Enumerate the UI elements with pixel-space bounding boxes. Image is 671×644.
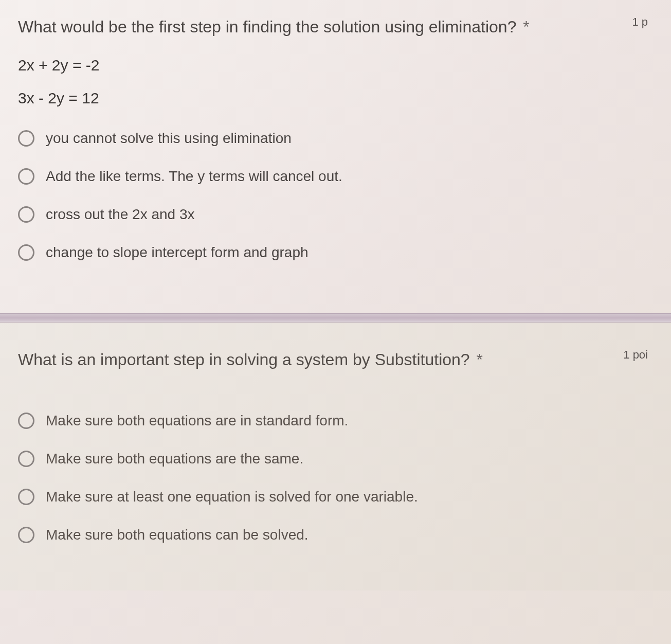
required-asterisk-1: * bbox=[523, 17, 529, 36]
option-label: Make sure both equations can be solved. bbox=[46, 527, 309, 543]
radio-icon[interactable] bbox=[18, 130, 34, 147]
option-label: cross out the 2x and 3x bbox=[46, 206, 195, 223]
option-label: you cannot solve this using elimination bbox=[46, 130, 292, 147]
radio-icon[interactable] bbox=[18, 206, 34, 223]
radio-icon[interactable] bbox=[18, 489, 34, 505]
equation-2: 3x - 2y = 12 bbox=[18, 90, 653, 107]
radio-icon[interactable] bbox=[18, 413, 34, 429]
question-card-1: What would be the first step in finding … bbox=[0, 0, 671, 308]
radio-icon[interactable] bbox=[18, 244, 34, 261]
option-label: change to slope intercept form and graph bbox=[46, 244, 309, 261]
points-label-1: 1 p bbox=[632, 15, 648, 29]
option-1-3[interactable]: cross out the 2x and 3x bbox=[18, 206, 653, 223]
option-2-1[interactable]: Make sure both equations are in standard… bbox=[18, 413, 653, 429]
question-text-1: What would be the first step in finding … bbox=[18, 15, 653, 39]
question-header-1: What would be the first step in finding … bbox=[18, 15, 653, 57]
option-1-4[interactable]: change to slope intercept form and graph bbox=[18, 244, 653, 261]
option-label: Make sure both equations are in standard… bbox=[46, 413, 348, 429]
option-label: Add the like terms. The y terms will can… bbox=[46, 168, 342, 185]
question-prompt-1: What would be the first step in finding … bbox=[18, 17, 516, 36]
options-container-2: Make sure both equations are in standard… bbox=[18, 413, 653, 543]
option-1-2[interactable]: Add the like terms. The y terms will can… bbox=[18, 168, 653, 185]
option-label: Make sure at least one equation is solve… bbox=[46, 489, 418, 505]
question-prompt-2: What is an important step in solving a s… bbox=[18, 350, 470, 369]
option-label: Make sure both equations are the same. bbox=[46, 451, 303, 467]
question-header-2: What is an important step in solving a s… bbox=[18, 348, 653, 389]
option-2-4[interactable]: Make sure both equations can be solved. bbox=[18, 527, 653, 543]
question-card-2: What is an important step in solving a s… bbox=[0, 323, 671, 591]
option-2-3[interactable]: Make sure at least one equation is solve… bbox=[18, 489, 653, 505]
option-1-1[interactable]: you cannot solve this using elimination bbox=[18, 130, 653, 147]
question-text-2: What is an important step in solving a s… bbox=[18, 348, 653, 371]
radio-icon[interactable] bbox=[18, 527, 34, 543]
options-container-1: you cannot solve this using elimination … bbox=[18, 130, 653, 261]
option-2-2[interactable]: Make sure both equations are the same. bbox=[18, 451, 653, 467]
required-asterisk-2: * bbox=[477, 350, 483, 369]
radio-icon[interactable] bbox=[18, 168, 34, 185]
radio-icon[interactable] bbox=[18, 451, 34, 467]
equation-1: 2x + 2y = -2 bbox=[18, 57, 653, 74]
points-label-2: 1 poi bbox=[623, 348, 648, 362]
card-divider bbox=[0, 313, 671, 323]
